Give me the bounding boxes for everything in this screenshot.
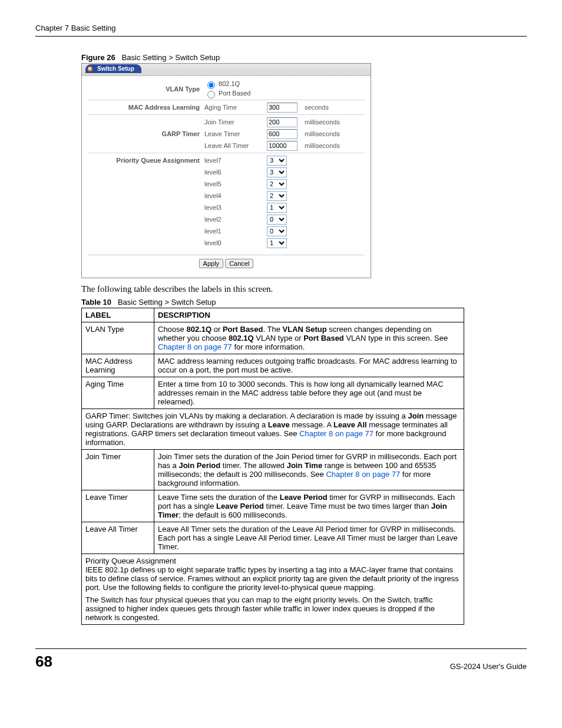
leave-all-timer-unit: milliseconds xyxy=(301,142,340,149)
cell-desc: Join Timer sets the duration of the Join… xyxy=(154,450,464,490)
leave-timer-unit: milliseconds xyxy=(301,130,340,137)
table-row: Aging Time Enter a time from 10 to 3000 … xyxy=(82,377,464,409)
join-timer-label: Join Timer xyxy=(204,118,267,126)
vlan-8021q-radio[interactable] xyxy=(207,81,215,89)
level4-label: level4 xyxy=(204,192,267,199)
xref-link[interactable]: Chapter 8 on page 77 xyxy=(299,429,373,438)
table-label: Table 10 xyxy=(81,298,111,307)
table-row: Leave Timer Leave Time sets the duration… xyxy=(82,490,464,522)
figure-caption: Figure 26 Basic Setting > Switch Setup xyxy=(81,53,527,62)
chapter-header: Chapter 7 Basic Setting xyxy=(35,24,527,37)
figure-title: Basic Setting > Switch Setup xyxy=(122,53,220,62)
tab-dot-icon xyxy=(88,67,92,71)
table-row: MAC Address Learning MAC address learnin… xyxy=(82,354,464,377)
th-label: LABEL xyxy=(82,308,154,322)
table-row: Leave All Timer Leave All Timer sets the… xyxy=(82,522,464,554)
table-title: Basic Setting > Switch Setup xyxy=(118,298,216,307)
cancel-button[interactable]: Cancel xyxy=(225,259,253,268)
leave-all-timer-input[interactable] xyxy=(267,141,297,151)
leave-timer-label: Leave Timer xyxy=(204,130,267,137)
th-desc: DESCRIPTION xyxy=(154,308,464,322)
page-footer: 68 GS-2024 User's Guide xyxy=(35,648,527,671)
table-row: VLAN Type Choose 802.1Q or Port Based. T… xyxy=(82,322,464,354)
cell-label: MAC Address Learning xyxy=(82,354,154,377)
level5-label: level5 xyxy=(204,180,267,187)
vlan-portbased-text: Port Based xyxy=(219,90,250,97)
guide-title: GS-2024 User's Guide xyxy=(450,662,527,671)
level3-select[interactable]: 1 xyxy=(267,203,287,213)
table-row: Priority Queue Assignment IEEE 802.1p de… xyxy=(82,554,464,625)
level1-label: level1 xyxy=(204,228,267,235)
level6-label: level6 xyxy=(204,169,267,176)
join-timer-unit: milliseconds xyxy=(301,118,340,126)
cell-desc: Choose 802.1Q or Port Based. The VLAN Se… xyxy=(154,322,464,354)
leave-all-timer-label: Leave All Timer xyxy=(204,142,267,149)
table-row: Join Timer Join Timer sets the duration … xyxy=(82,450,464,490)
cell-desc: Leave Time sets the duration of the Leav… xyxy=(154,490,464,522)
level0-select[interactable]: 1 xyxy=(267,238,287,248)
cell-desc: Leave All Timer sets the duration of the… xyxy=(154,522,464,554)
table-row: GARP Timer: Switches join VLANs by makin… xyxy=(82,409,464,450)
tab-label: Switch Setup xyxy=(97,65,134,72)
tab-bar: Switch Setup xyxy=(82,64,371,76)
screenshot-switch-setup: Switch Setup VLAN Type 802.1Q Port Based… xyxy=(81,63,371,278)
join-timer-input[interactable] xyxy=(267,117,297,127)
level2-label: level2 xyxy=(204,216,267,223)
level1-select[interactable]: 0 xyxy=(267,226,287,236)
cell-desc: MAC address learning reduces outgoing tr… xyxy=(154,354,464,377)
level5-select[interactable]: 2 xyxy=(267,179,287,189)
aging-time-input[interactable] xyxy=(267,103,297,113)
xref-link[interactable]: Chapter 8 on page 77 xyxy=(326,470,400,479)
mac-learning-label: MAC Address Learning xyxy=(88,104,204,111)
cell-label: Leave Timer xyxy=(82,490,154,522)
garp-timer-label: GARP Timer xyxy=(88,130,204,137)
apply-button[interactable]: Apply xyxy=(199,259,224,268)
cell-desc: Priority Queue Assignment IEEE 802.1p de… xyxy=(82,554,464,625)
aging-time-unit: seconds xyxy=(301,104,329,111)
level2-select[interactable]: 0 xyxy=(267,215,287,225)
vlan-8021q-text: 802.1Q xyxy=(219,80,240,87)
cell-desc: Enter a time from 10 to 3000 seconds. Th… xyxy=(154,377,464,409)
cell-label: Aging Time xyxy=(82,377,154,409)
pqa-label: Priority Queue Assignment xyxy=(88,157,204,164)
body-text: The following table describes the labels… xyxy=(81,284,527,294)
cell-label: VLAN Type xyxy=(82,322,154,354)
tab-switch-setup[interactable]: Switch Setup xyxy=(85,64,141,73)
vlan-portbased-radio[interactable] xyxy=(207,91,215,98)
vlan-type-label: VLAN Type xyxy=(88,85,204,93)
page-number: 68 xyxy=(35,653,52,671)
xref-link[interactable]: Chapter 8 on page 77 xyxy=(158,342,232,351)
level4-select[interactable]: 2 xyxy=(267,191,287,201)
figure-label: Figure 26 xyxy=(81,53,115,62)
aging-time-label: Aging Time xyxy=(204,104,267,111)
level3-label: level3 xyxy=(204,204,267,211)
cell-label: Join Timer xyxy=(82,450,154,490)
level7-select[interactable]: 3 xyxy=(267,156,287,166)
cell-label: Leave All Timer xyxy=(82,522,154,554)
leave-timer-input[interactable] xyxy=(267,129,297,139)
level0-label: level0 xyxy=(204,239,267,246)
description-table: LABEL DESCRIPTION VLAN Type Choose 802.1… xyxy=(81,308,464,625)
cell-desc: GARP Timer: Switches join VLANs by makin… xyxy=(82,409,464,450)
level7-label: level7 xyxy=(204,157,267,164)
table-caption: Table 10 Basic Setting > Switch Setup xyxy=(81,298,527,307)
level6-select[interactable]: 3 xyxy=(267,167,287,177)
